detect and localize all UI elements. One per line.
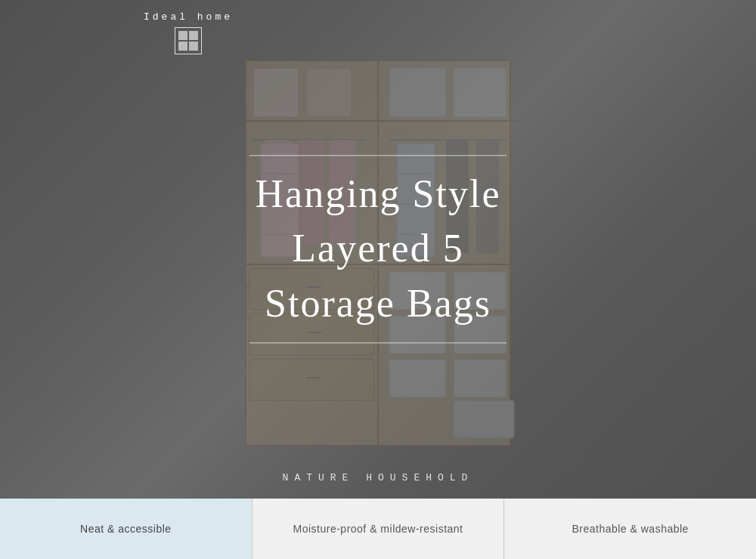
feature-label-3: Breathable & washable bbox=[572, 523, 689, 535]
logo-cell-2 bbox=[189, 31, 198, 40]
logo-icon bbox=[175, 27, 202, 54]
logo-cell-1 bbox=[178, 31, 187, 40]
hero-line-top bbox=[249, 155, 507, 156]
hero-title-line2: Layered 5 bbox=[189, 226, 567, 273]
feature-item-1[interactable]: Neat & accessible bbox=[0, 499, 253, 559]
hero-section: Ideal home Hanging Style Layered 5 Stora… bbox=[0, 0, 756, 499]
hero-title-line1: Hanging Style bbox=[189, 171, 567, 218]
logo-area: Ideal home bbox=[144, 11, 233, 54]
feature-item-3[interactable]: Breathable & washable bbox=[504, 499, 756, 559]
hero-text: Hanging Style Layered 5 Storage Bags bbox=[189, 155, 567, 343]
hero-title-line3: Storage Bags bbox=[189, 280, 567, 327]
feature-label-2: Moisture-proof & mildew-resistant bbox=[293, 523, 463, 535]
feature-bar: Neat & accessible Moisture-proof & milde… bbox=[0, 499, 756, 559]
logo-cell-4 bbox=[189, 42, 198, 51]
feature-item-2[interactable]: Moisture-proof & mildew-resistant bbox=[253, 499, 505, 559]
feature-label-1: Neat & accessible bbox=[80, 523, 172, 535]
logo-cell-3 bbox=[178, 42, 187, 51]
brand-name: Ideal home bbox=[144, 11, 233, 23]
hero-line-bottom bbox=[249, 343, 507, 344]
nature-tagline: NATURE HOUSEHOLD bbox=[283, 472, 474, 483]
